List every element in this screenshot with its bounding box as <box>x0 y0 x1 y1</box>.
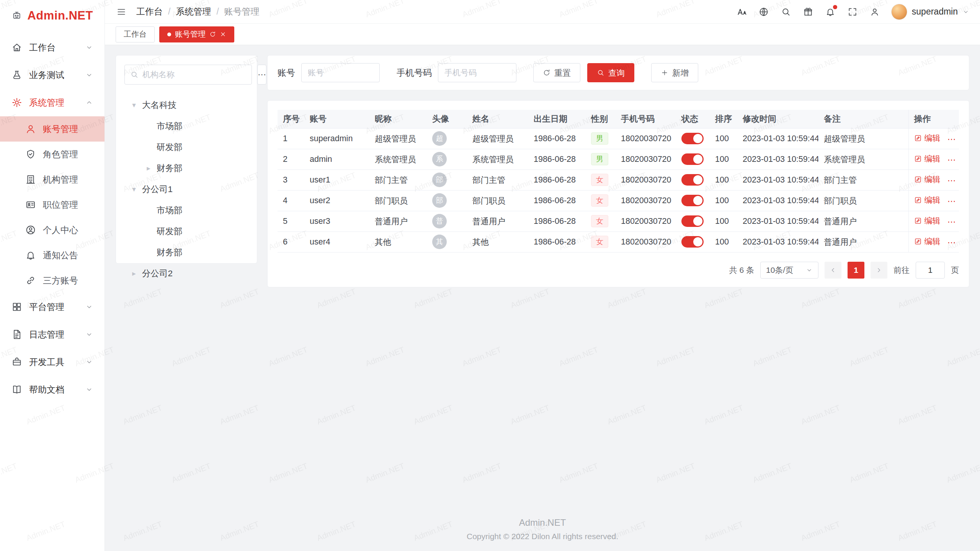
caret-right-icon[interactable] <box>143 164 154 173</box>
sidebar-item-role[interactable]: 角色管理 <box>0 142 105 167</box>
page-size-select[interactable]: 10条/页 <box>760 262 818 279</box>
toolbox-icon <box>11 357 22 367</box>
sidebar-item-label: 三方账号 <box>43 275 93 287</box>
cell-nickname: 普通用户 <box>369 211 427 231</box>
page-1-button[interactable]: 1 <box>848 262 864 279</box>
refresh-icon[interactable] <box>209 31 216 37</box>
add-button[interactable]: 新增 <box>651 63 698 82</box>
collapse-menu-icon[interactable] <box>116 6 127 18</box>
sidebar-item-label: 个人中心 <box>43 224 93 236</box>
account-filter-group: 账号 <box>278 63 380 82</box>
edit-button[interactable]: 编辑 <box>914 133 941 143</box>
font-size-icon[interactable] <box>736 6 747 18</box>
column-header: 出生日期 <box>528 110 586 128</box>
cell-sort: 100 <box>710 170 737 190</box>
cell-account: user3 <box>304 211 369 231</box>
sidebar-item-workbench[interactable]: 工作台 <box>0 34 105 61</box>
query-button[interactable]: 查询 <box>587 63 634 82</box>
tree-node[interactable]: 分公司2 <box>124 263 248 284</box>
row-more-button[interactable]: ⋯ <box>947 134 957 144</box>
row-more-button[interactable]: ⋯ <box>947 196 957 206</box>
tree-more-button[interactable]: ⋯ <box>257 65 266 85</box>
app-logo[interactable]: Admin.NET <box>0 0 105 31</box>
cell-index: 5 <box>278 211 304 231</box>
phone-input[interactable] <box>438 63 516 82</box>
row-more-button[interactable]: ⋯ <box>947 238 957 247</box>
sidebar-item-business-test[interactable]: 业务测试 <box>0 61 105 89</box>
search-icon[interactable] <box>780 6 792 18</box>
sidebar-item-third-party[interactable]: 三方账号 <box>0 268 105 293</box>
sidebar-item-label: 账号管理 <box>43 123 93 135</box>
tree-node[interactable]: 市场部 <box>124 116 248 137</box>
caret-right-icon[interactable] <box>128 269 140 278</box>
breadcrumb-item[interactable]: 系统管理 <box>176 6 211 18</box>
reset-button[interactable]: 重置 <box>533 63 580 82</box>
close-icon[interactable] <box>220 31 226 37</box>
theme-icon[interactable] <box>802 6 814 18</box>
tree-node[interactable]: 市场部 <box>124 200 248 221</box>
tree-node-label: 财务部 <box>157 162 183 174</box>
cell-name: 部门职员 <box>467 190 528 211</box>
tree-node-label: 研发部 <box>157 141 183 153</box>
globe-icon[interactable] <box>758 6 769 18</box>
tree-node[interactable]: 大名科技 <box>124 95 248 116</box>
cell-avatar: 普 <box>427 211 467 231</box>
user-menu[interactable]: superadmin <box>891 4 969 20</box>
edit-button[interactable]: 编辑 <box>914 174 941 185</box>
cell-status <box>676 190 710 211</box>
sidebar-item-position[interactable]: 职位管理 <box>0 192 105 217</box>
sidebar-item-log[interactable]: 日志管理 <box>0 321 105 348</box>
status-toggle[interactable] <box>681 153 704 165</box>
edit-button[interactable]: 编辑 <box>914 236 941 247</box>
sidebar-item-notice[interactable]: 通知公告 <box>0 243 105 268</box>
org-tree-panel: ⋯ 大名科技市场部研发部财务部分公司1市场部研发部财务部分公司2 <box>116 55 257 264</box>
edit-button[interactable]: 编辑 <box>914 215 941 226</box>
sidebar-item-profile[interactable]: 个人中心 <box>0 217 105 243</box>
notifications-button[interactable] <box>825 6 836 18</box>
home-icon <box>11 42 22 53</box>
status-toggle[interactable] <box>681 195 704 206</box>
sidebar-item-devtools[interactable]: 开发工具 <box>0 348 105 376</box>
sidebar-item-org[interactable]: 机构管理 <box>0 167 105 192</box>
tree-node[interactable]: 研发部 <box>124 137 248 158</box>
cell-name: 系统管理员 <box>467 149 528 170</box>
sidebar-item-account[interactable]: 账号管理 <box>0 116 105 142</box>
sidebar-item-help[interactable]: 帮助文档 <box>0 376 105 403</box>
cell-birth-date: 1986-06-28 <box>528 211 586 231</box>
column-header: 头像 <box>427 110 467 128</box>
org-search-box[interactable] <box>124 65 252 85</box>
status-toggle[interactable] <box>681 236 704 248</box>
edit-button[interactable]: 编辑 <box>914 153 941 164</box>
status-toggle[interactable] <box>681 215 704 227</box>
tab-workbench[interactable]: 工作台 <box>116 26 155 42</box>
caret-down-icon[interactable] <box>128 185 140 194</box>
row-more-button[interactable]: ⋯ <box>947 176 957 185</box>
next-page-button[interactable] <box>871 262 887 279</box>
account-input[interactable] <box>301 63 380 82</box>
building-icon <box>25 174 36 185</box>
row-more-button[interactable]: ⋯ <box>947 155 957 165</box>
tree-node[interactable]: 财务部 <box>124 158 248 179</box>
org-search-input[interactable] <box>142 70 246 79</box>
user-manual-icon[interactable] <box>869 6 880 18</box>
edit-button[interactable]: 编辑 <box>914 195 941 205</box>
status-toggle[interactable] <box>681 133 704 144</box>
tab-label: 工作台 <box>124 29 147 39</box>
caret-down-icon[interactable] <box>128 101 140 109</box>
tab-account[interactable]: 账号管理 <box>159 26 234 42</box>
fullscreen-icon[interactable] <box>847 6 858 18</box>
sidebar-item-system[interactable]: 系统管理 <box>0 89 105 116</box>
tree-node[interactable]: 财务部 <box>124 242 248 263</box>
status-toggle[interactable] <box>681 174 704 186</box>
row-more-button[interactable]: ⋯ <box>947 217 957 227</box>
main-area: 工作台/系统管理/账号管理 superadmin 工作台账号管理 <box>105 0 980 551</box>
sidebar-item-platform[interactable]: 平台管理 <box>0 293 105 321</box>
edit-icon <box>914 134 922 142</box>
goto-page-input[interactable] <box>916 262 945 279</box>
prev-page-button[interactable] <box>825 262 841 279</box>
tree-node[interactable]: 分公司1 <box>124 179 248 200</box>
breadcrumb-item[interactable]: 工作台 <box>136 6 163 18</box>
tree-node[interactable]: 研发部 <box>124 221 248 242</box>
breadcrumb-item[interactable]: 账号管理 <box>224 6 260 18</box>
row-avatar: 系 <box>432 152 447 166</box>
